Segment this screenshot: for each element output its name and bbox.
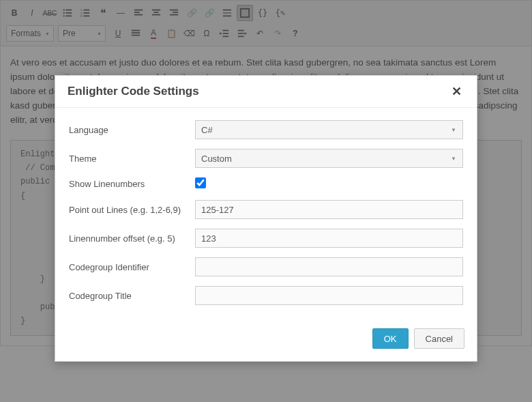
language-select[interactable]: C#: [195, 120, 463, 139]
pointout-label: Point out Lines (e.g. 1,2-6,9): [69, 205, 195, 215]
settings-dialog: Enlighter Code Settings ✕ Language C# Th…: [55, 75, 477, 362]
offset-label: Linennumber offset (e.g. 5): [69, 233, 195, 244]
close-icon[interactable]: ✕: [449, 84, 464, 99]
pointout-input[interactable]: [195, 200, 463, 219]
language-label: Language: [69, 125, 195, 135]
ok-button[interactable]: OK: [372, 328, 409, 349]
theme-label: Theme: [69, 154, 195, 164]
linenumbers-label: Show Linenumbers: [69, 179, 195, 189]
cancel-button[interactable]: Cancel: [414, 328, 464, 349]
grouptitle-input[interactable]: [195, 286, 463, 305]
grouptitle-label: Codegroup Title: [69, 291, 195, 301]
linenumbers-checkbox[interactable]: [195, 177, 206, 188]
offset-input[interactable]: [195, 229, 463, 248]
dialog-title: Enlighter Code Settings: [68, 85, 199, 98]
theme-select[interactable]: Custom: [195, 149, 463, 168]
modal-overlay: Enlighter Code Settings ✕ Language C# Th…: [0, 0, 532, 402]
groupid-label: Codegroup Identifier: [69, 262, 195, 272]
groupid-input[interactable]: [195, 257, 463, 276]
